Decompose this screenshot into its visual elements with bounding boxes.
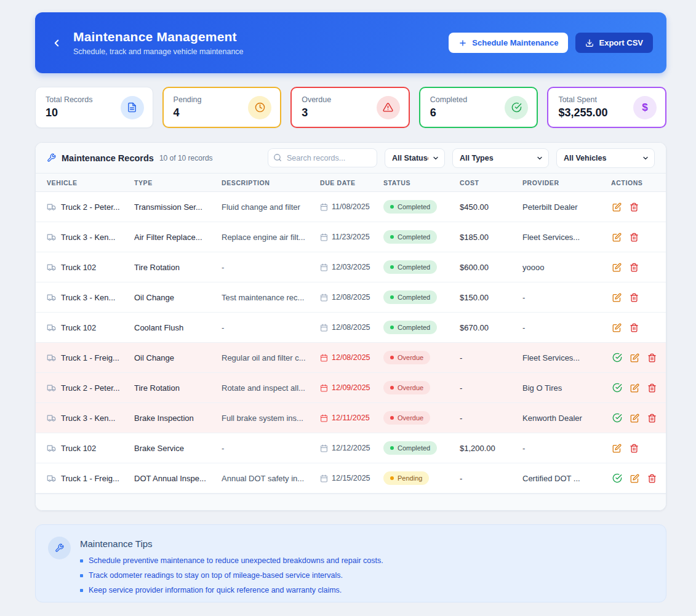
cost-cell: $185.00 [460,233,522,242]
description-cell: - [222,444,320,453]
back-button[interactable] [49,35,65,51]
vehicle-filter-select[interactable]: All Vehicles [556,148,655,168]
vehicle-cell: Truck 1 - Freig... [47,474,134,483]
edit-button[interactable] [611,322,623,334]
edit-button[interactable] [611,262,623,273]
status-text: Completed [398,444,430,452]
delete-button[interactable] [646,412,658,424]
due-date-text: 12/15/2025 [332,474,370,482]
status-cell: Overdue [383,411,460,425]
description-cell: Rotate and inspect all... [222,383,320,393]
stat-value: 6 [430,106,467,119]
delete-button[interactable] [628,292,640,303]
status-text: Pending [398,474,422,482]
delete-button[interactable] [646,382,658,394]
column-header-actions: ACTIONS [611,179,655,186]
due-date-text: 12/03/2025 [332,263,370,271]
tip-text: Keep service provider information for qu… [89,586,342,594]
delete-button[interactable] [628,322,640,334]
vehicle-name: Truck 102 [61,444,96,453]
trash-icon [647,353,657,362]
edit-icon [630,474,639,483]
status-badge: Overdue [383,381,430,394]
status-cell: Completed [383,230,460,244]
status-badge: Overdue [383,411,430,425]
export-button-label: Export CSV [599,38,643,47]
tip-text: Schedule preventive maintenance to reduc… [89,556,383,565]
table-row: Truck 2 - Peter... Tire Rotation Rotate … [36,373,666,403]
due-date-cell: 12/11/2025 [320,414,383,422]
check-circle-icon [612,413,622,423]
edit-button[interactable] [611,442,623,454]
description-cell: Fluid change and filter [222,202,320,212]
edit-button[interactable] [611,201,623,213]
due-date-text: 12/12/2025 [332,444,370,452]
download-icon [585,39,594,47]
mark-complete-button[interactable] [611,382,623,394]
wrench-icon [48,537,71,559]
type-cell: Oil Change [134,353,222,362]
truck-icon [47,202,56,212]
status-cell: Completed [383,321,460,334]
cost-cell: $600.00 [460,263,522,272]
type-cell: Tire Rotation [134,383,222,393]
delete-button[interactable] [628,262,640,273]
stat-label: Total Spent [558,95,607,104]
due-date-text: 12/08/2025 [332,293,370,302]
status-text: Completed [398,203,430,210]
type-cell: Brake Service [134,444,222,453]
vehicle-cell: Truck 102 [47,444,134,453]
delete-button[interactable] [646,473,658,484]
edit-icon [630,383,639,393]
mark-complete-button[interactable] [611,351,623,364]
edit-button[interactable] [629,382,641,394]
edit-button[interactable] [629,412,641,424]
stats-row: Total Records 10 Pending 4 Overdue 3 Com… [35,87,666,128]
stat-value: $3,255.00 [558,106,607,119]
type-cell: Oil Change [134,293,222,302]
edit-button[interactable] [611,292,623,303]
delete-button[interactable] [628,442,640,454]
status-cell: Overdue [383,381,460,394]
delete-button[interactable] [628,201,640,213]
vehicle-name: Truck 3 - Ken... [61,414,115,423]
status-cell: Completed [383,260,460,274]
table-row: Truck 3 - Ken... Oil Change Test mainten… [36,282,666,313]
check-circle-icon [612,353,622,362]
stat-label: Completed [430,95,467,104]
table-body: Truck 2 - Peter... Transmission Ser... F… [36,192,666,494]
vehicle-filter-wrap: All Vehicles [556,148,655,168]
mark-complete-button[interactable] [611,472,623,484]
type-filter-select[interactable]: All Types [452,148,549,168]
tip-item: Schedule preventive maintenance to reduc… [80,556,383,565]
mark-complete-button[interactable] [611,412,623,424]
type-cell: DOT Annual Inspe... [134,474,222,483]
calendar-icon [320,324,328,332]
edit-icon [612,263,622,272]
due-date-text: 12/09/2025 [332,383,370,392]
export-csv-button[interactable]: Export CSV [575,33,653,53]
column-header-due-date: DUE DATE [320,179,383,186]
delete-button[interactable] [628,231,640,243]
status-dot-icon [390,476,394,480]
provider-cell: Kenworth Dealer [522,414,611,423]
schedule-maintenance-button[interactable]: Schedule Maintenance [449,33,568,53]
status-text: Completed [398,233,430,241]
page-subtitle: Schedule, track and manage vehicle maint… [73,47,440,56]
edit-button[interactable] [629,473,641,484]
provider-cell: Big O Tires [522,383,611,393]
status-filter-wrap: All Statuses [385,148,445,168]
edit-button[interactable] [629,352,641,364]
edit-button[interactable] [611,231,623,243]
dollar-icon: $ [633,96,657,119]
status-badge: Completed [383,230,437,244]
status-filter-select[interactable]: All Statuses [385,148,445,168]
vehicle-name: Truck 102 [61,323,96,332]
tips-title: Maintenance Tips [80,538,383,549]
cost-cell: - [460,474,522,483]
actions-cell [611,472,658,484]
check-circle-icon [612,383,622,393]
description-cell: Test maintenance rec... [222,293,320,302]
search-input[interactable] [268,148,377,167]
delete-button[interactable] [646,352,658,364]
